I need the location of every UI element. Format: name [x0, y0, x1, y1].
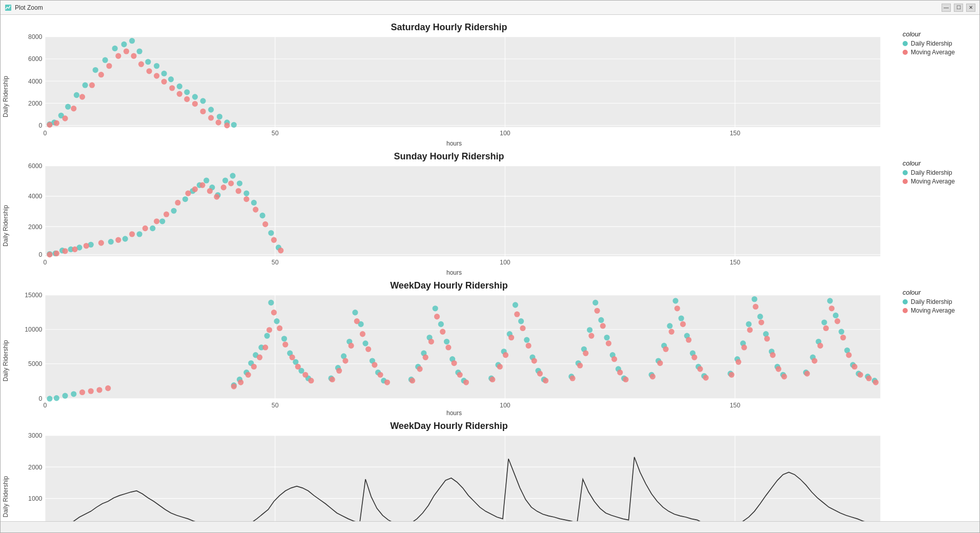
svg-point-175	[238, 379, 243, 385]
svg-point-158	[96, 387, 102, 393]
plot-area-weekday: WeekDay Hourly Ridership Daily Ridership	[1, 278, 897, 419]
svg-point-262	[594, 308, 600, 313]
title-bar-left: Plot Zoom	[5, 4, 43, 11]
svg-point-305	[770, 352, 775, 358]
svg-point-174	[231, 383, 237, 389]
y-axis-label-weekday2: Daily Ridership	[1, 433, 11, 521]
chart-inner-saturday: 8000 6000 4000 2000 0 0 50 100 150	[11, 34, 897, 149]
svg-point-131	[253, 207, 258, 212]
svg-point-272	[672, 298, 678, 303]
svg-point-326	[852, 364, 858, 370]
svg-point-44	[47, 122, 52, 128]
legend-title-weekday: colour	[903, 289, 974, 296]
chart-with-axes-weekday2: Daily Ridership	[1, 433, 897, 521]
svg-text:3000: 3000	[28, 433, 42, 439]
svg-point-123	[192, 186, 198, 192]
svg-point-23	[65, 104, 71, 110]
svg-point-306	[775, 366, 781, 372]
svg-text:50: 50	[272, 259, 279, 266]
legend-item-ma-saturday: Moving Average	[903, 49, 974, 56]
svg-text:10000: 10000	[25, 326, 42, 333]
svg-point-330	[866, 375, 872, 381]
svg-text:100: 100	[500, 130, 511, 137]
svg-point-226	[457, 372, 463, 377]
svg-point-119	[154, 218, 159, 224]
svg-point-184	[290, 354, 295, 360]
svg-point-313	[833, 313, 839, 318]
svg-text:50: 50	[272, 130, 279, 137]
svg-point-325	[846, 352, 852, 358]
legend-dot-daily-weekday	[903, 299, 908, 304]
svg-point-168	[274, 318, 279, 324]
svg-point-167	[268, 300, 274, 305]
svg-point-93	[150, 225, 155, 231]
svg-text:4000: 4000	[28, 78, 42, 85]
svg-point-176	[246, 372, 251, 377]
legend-spacer-weekday2	[897, 419, 979, 521]
svg-point-32	[145, 59, 151, 65]
svg-point-24	[74, 92, 79, 98]
chart-with-axes-weekday: Daily Ridership	[1, 292, 897, 419]
svg-point-40	[208, 107, 214, 112]
svg-point-247	[543, 378, 548, 383]
svg-text:150: 150	[730, 259, 741, 266]
svg-point-207	[384, 379, 390, 385]
svg-point-129	[236, 188, 241, 194]
svg-point-105	[243, 190, 249, 196]
legend-label-ma-sunday: Moving Average	[911, 178, 955, 185]
svg-point-284	[686, 337, 691, 342]
legend-dot-daily-sunday	[903, 170, 908, 175]
svg-point-50	[98, 72, 104, 77]
svg-point-182	[277, 325, 282, 331]
svg-point-222	[434, 314, 440, 319]
legend-label-ma-weekday: Moving Average	[911, 307, 955, 314]
main-window: Plot Zoom — ☐ ✕ Saturday Hourly Ridershi…	[0, 0, 980, 533]
svg-point-301	[747, 327, 752, 333]
svg-point-178	[257, 354, 262, 360]
svg-point-264	[606, 340, 611, 346]
svg-point-94	[159, 218, 165, 224]
svg-text:2000: 2000	[28, 223, 42, 230]
legend-title-saturday: colour	[903, 30, 974, 38]
svg-point-243	[520, 325, 525, 331]
close-button[interactable]: ✕	[966, 4, 975, 12]
svg-point-253	[598, 317, 604, 323]
svg-point-58	[161, 79, 167, 85]
svg-point-38	[192, 94, 198, 99]
svg-text:0: 0	[44, 130, 47, 137]
plot-row-weekday: WeekDay Hourly Ridership Daily Ridership	[1, 278, 979, 419]
svg-point-259	[577, 362, 583, 368]
svg-point-65	[216, 119, 221, 125]
svg-point-108	[268, 230, 274, 236]
svg-text:15000: 15000	[25, 292, 42, 299]
svg-point-238	[489, 377, 495, 382]
svg-point-66	[224, 122, 230, 128]
svg-point-265	[611, 356, 617, 362]
legend-label-ma-saturday: Moving Average	[911, 49, 955, 56]
svg-point-239	[497, 364, 503, 370]
window-title: Plot Zoom	[15, 4, 43, 11]
svg-point-205	[372, 362, 377, 367]
svg-point-30	[129, 38, 135, 44]
svg-point-212	[433, 305, 438, 311]
svg-text:150: 150	[730, 402, 741, 408]
svg-point-111	[54, 251, 59, 256]
svg-point-285	[691, 354, 697, 360]
svg-point-299	[736, 359, 741, 364]
chart-svg-weekday2: 3000 2000 1000 0 0 50 100 150	[11, 433, 897, 521]
window-controls[interactable]: — ☐ ✕	[942, 4, 975, 12]
minimize-button[interactable]: —	[942, 4, 951, 12]
svg-point-287	[703, 375, 709, 380]
svg-point-152	[47, 396, 52, 401]
svg-point-26	[93, 67, 98, 73]
x-axis-label-sunday: hours	[11, 268, 897, 278]
svg-point-254	[604, 335, 609, 340]
svg-point-41	[217, 114, 222, 119]
svg-point-261	[588, 333, 594, 338]
svg-point-37	[184, 89, 190, 95]
maximize-button[interactable]: ☐	[954, 4, 963, 12]
svg-text:0: 0	[44, 259, 47, 266]
svg-point-133	[271, 237, 277, 242]
legend-dot-ma-sunday	[903, 179, 908, 184]
svg-wrapper-sunday: 6000 4000 2000 0 0 50 100 150	[11, 163, 897, 268]
